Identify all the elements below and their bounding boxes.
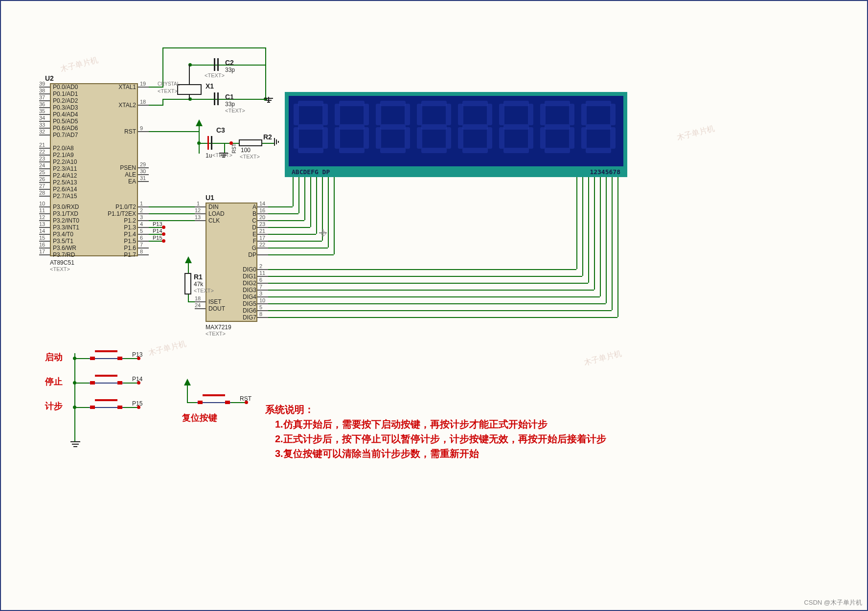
reset-label: 复位按键 (182, 412, 217, 424)
stop-label: 停止 (45, 376, 63, 387)
button-start[interactable] (89, 355, 123, 362)
cursor-marker-icon (319, 229, 327, 237)
digit-5 (458, 101, 492, 154)
capacitor-c1 (214, 92, 219, 105)
desc-line2: 2.正式计步后，按下停止可以暂停计步，计步按键无效，再按开始后接着计步 (275, 432, 606, 446)
resistor-r1 (184, 273, 191, 294)
button-stop[interactable] (89, 380, 123, 386)
button-reset[interactable] (197, 399, 231, 406)
desc-line3: 3.复位按键可以清除当前计步步数，需重新开始 (275, 447, 479, 460)
u2-ref: U2 (45, 74, 54, 82)
resistor-r2 (239, 139, 262, 146)
digit-6 (499, 101, 533, 154)
schematic-canvas: 木子单片机 木子单片机 木子单片机 木子单片机 木子单片机 木子单片机 U2 A… (0, 0, 868, 611)
digit-8 (581, 101, 616, 154)
u2-part: AT89C51 (50, 259, 74, 266)
power-icon (185, 256, 192, 263)
power-icon (196, 119, 203, 126)
step-label: 计步 (45, 400, 63, 412)
capacitor-c2 (214, 58, 219, 71)
crystal-x1 (177, 84, 202, 95)
button-step[interactable] (89, 404, 123, 411)
u1-ref: U1 (206, 194, 214, 202)
u1-text: <TEXT> (206, 331, 226, 337)
u2-text: <TEXT> (50, 266, 70, 272)
digit-1 (294, 101, 328, 154)
u1-part: MAX7219 (206, 324, 231, 331)
digit-3 (376, 101, 410, 154)
desc-title: 系统说明： (265, 403, 314, 416)
digit-7 (540, 101, 574, 154)
footer-text: CSDN @木子单片机 (804, 598, 862, 607)
desc-line1: 1.仿真开始后，需要按下启动按键，再按计步才能正式开始计步 (275, 418, 548, 431)
power-icon (184, 379, 191, 385)
start-label: 启动 (45, 351, 63, 363)
capacitor-c3 (207, 136, 212, 150)
digit-2 (335, 101, 369, 154)
digit-4 (417, 101, 451, 154)
